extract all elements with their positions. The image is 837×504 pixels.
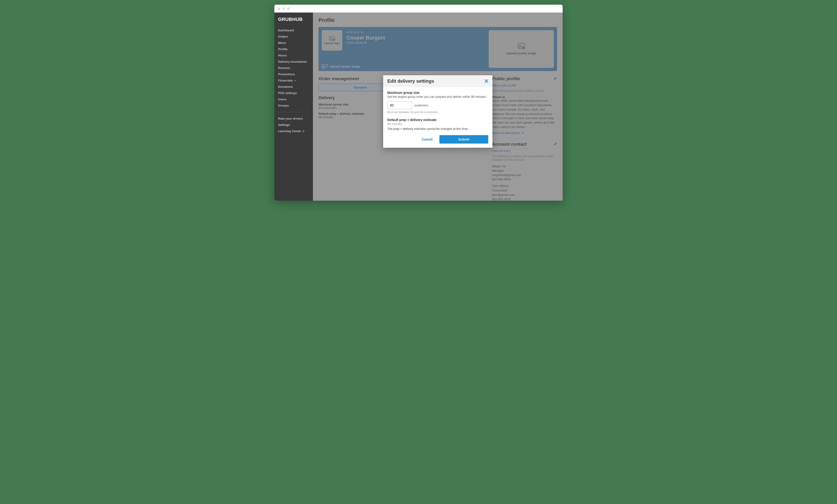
nav-label: Delivery boundaries [278, 60, 307, 63]
nav-label: Financials [278, 79, 293, 82]
modal-max-group-label: Maximum group size [387, 91, 488, 95]
nav-dashboard[interactable]: Dashboard [274, 27, 313, 34]
close-icon [484, 79, 488, 83]
modal-actions: Cancel Submit [383, 135, 493, 148]
nav-label: Rate your drivers [278, 117, 303, 120]
nav-financials[interactable]: Financials [274, 77, 313, 83]
modal-prep-label: Default prep + delivery estimate [387, 118, 488, 122]
nav-profile[interactable]: Profile [274, 46, 313, 52]
nav-delivery-boundaries[interactable]: Delivery boundaries [274, 58, 313, 65]
nav-label: Groups [278, 104, 289, 107]
nav-label: POS settings [278, 91, 297, 95]
nav-label: Reviews [278, 66, 290, 70]
modal-title: Edit delivery settings [387, 78, 434, 84]
nav-label: Users [278, 97, 286, 101]
external-link-icon [303, 130, 305, 132]
nav-label: Dashboard [278, 29, 294, 32]
nav-label: Orders [278, 35, 288, 38]
traffic-close[interactable] [278, 7, 280, 10]
nav-secondary: Rate your drivers Settings Learning Cent… [274, 114, 313, 135]
nav-groups[interactable]: Groups [274, 102, 313, 109]
main-content: Profile Upload logo ★★★ [313, 13, 563, 201]
browser-chrome [274, 5, 563, 13]
brand-logo: GRUBHUB [274, 17, 313, 26]
nav-label: Settings [278, 123, 290, 127]
nav-label: Menu [278, 41, 286, 44]
nav-learning-center[interactable]: Learning Center [274, 128, 313, 134]
sidebar: GRUBHUB Dashboard Orders Menu Profile Ho… [274, 13, 313, 201]
submit-button[interactable]: Submit [440, 135, 488, 144]
nav-label: Hours [278, 54, 287, 57]
nav-pos-settings[interactable]: POS settings [274, 90, 313, 96]
nav-primary: Dashboard Orders Menu Profile Hours Deli… [274, 26, 313, 110]
nav-reviews[interactable]: Reviews [274, 65, 313, 71]
nav-settings[interactable]: Settings [274, 122, 313, 128]
nav-label: Donations [278, 85, 293, 89]
nav-promotions[interactable]: Promotions [274, 71, 313, 77]
modal-body: Maximum group size Set the largest group… [383, 87, 493, 135]
nav-users[interactable]: Users [274, 96, 313, 102]
input-suffix: customers [414, 104, 428, 107]
app-frame: GRUBHUB Dashboard Orders Menu Profile Ho… [274, 13, 563, 201]
nav-hours[interactable]: Hours [274, 52, 313, 58]
chevron-down-icon [295, 80, 296, 81]
nav-orders[interactable]: Orders [274, 34, 313, 40]
max-group-input[interactable] [387, 101, 412, 109]
nav-label: Profile [278, 48, 287, 51]
modal-prep-note: The prep + delivery estimate cannot be c… [387, 127, 488, 131]
traffic-min[interactable] [282, 7, 285, 10]
edit-delivery-modal: Edit delivery settings Maximum group siz… [383, 75, 493, 148]
nav-label: Promotions [278, 73, 295, 76]
input-helper-text: Must be between 10 and 40 customers. [387, 111, 488, 114]
browser-window: GRUBHUB Dashboard Orders Menu Profile Ho… [274, 5, 563, 201]
nav-label: Learning Center [278, 129, 301, 133]
modal-max-group-desc: Set the largest group order you can prep… [387, 95, 488, 98]
modal-close-button[interactable] [484, 79, 488, 83]
cancel-button[interactable]: Cancel [422, 137, 432, 141]
nav-donations[interactable]: Donations [274, 83, 313, 90]
nav-rate-drivers[interactable]: Rate your drivers [274, 115, 313, 122]
modal-header: Edit delivery settings [383, 75, 493, 87]
nav-divider [278, 112, 309, 112]
modal-prep-value: 90 minutes [387, 122, 488, 126]
traffic-max[interactable] [287, 7, 290, 10]
nav-menu[interactable]: Menu [274, 40, 313, 46]
